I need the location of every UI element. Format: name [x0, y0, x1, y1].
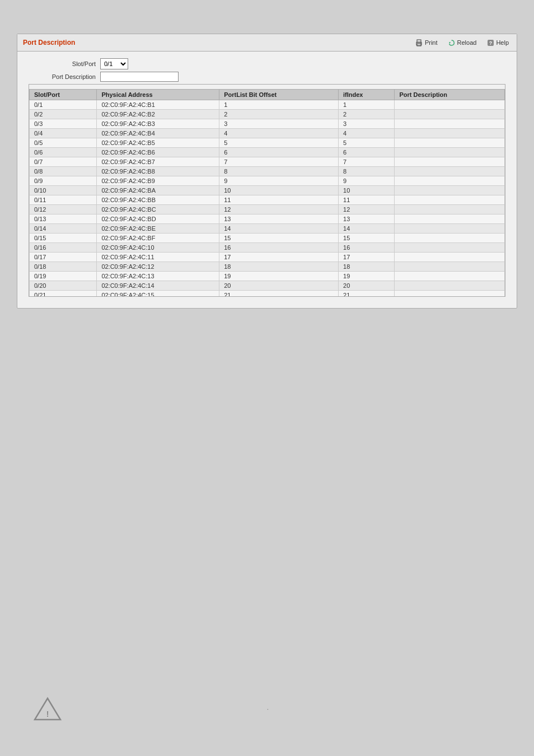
- cell-index: 11: [339, 195, 395, 205]
- table-row: 0/15 02:C0:9F:A2:4C:BF 15 15: [30, 234, 505, 243]
- page-wrapper: Port Description Print: [0, 0, 534, 325]
- cell-index: 6: [339, 148, 395, 157]
- table-header: Slot/Port Physical Address PortList Bit …: [30, 90, 505, 100]
- cell-slot: 0/1: [30, 100, 97, 110]
- cell-desc: [395, 281, 505, 291]
- slot-port-control: 0/1 0/2 0/3: [100, 58, 128, 69]
- slot-port-select[interactable]: 0/1 0/2 0/3: [100, 58, 128, 69]
- cell-mac: 02:C0:9F:A2:4C:14: [97, 281, 219, 291]
- cell-desc: [395, 243, 505, 253]
- cell-index: 3: [339, 119, 395, 129]
- warning-triangle: !: [34, 697, 62, 722]
- svg-text:!: !: [46, 710, 49, 718]
- cell-desc: [395, 129, 505, 138]
- port-description-label: Port Description: [29, 73, 96, 80]
- cell-index: 5: [339, 138, 395, 148]
- cell-desc: [395, 119, 505, 129]
- table-row: 0/10 02:C0:9F:A2:4C:BA 10 10: [30, 186, 505, 195]
- table-row: 0/8 02:C0:9F:A2:4C:B8 8 8: [30, 167, 505, 176]
- cell-mac: 02:C0:9F:A2:4C:12: [97, 262, 219, 272]
- cell-offset: 8: [219, 167, 339, 176]
- cell-index: 19: [339, 272, 395, 281]
- table-row: 0/1 02:C0:9F:A2:4C:B1 1 1: [30, 100, 505, 110]
- table-row: 0/14 02:C0:9F:A2:4C:BE 14 14: [30, 224, 505, 234]
- panel-content: Slot/Port 0/1 0/2 0/3 Port Description: [17, 52, 517, 308]
- cell-offset: 18: [219, 262, 339, 272]
- cell-slot: 0/4: [30, 129, 97, 138]
- cell-index: 4: [339, 129, 395, 138]
- cell-mac: 02:C0:9F:A2:4C:BE: [97, 224, 219, 234]
- cell-desc: [395, 176, 505, 186]
- cell-slot: 0/12: [30, 205, 97, 214]
- cell-desc: [395, 110, 505, 119]
- cell-offset: 14: [219, 224, 339, 234]
- cell-offset: 13: [219, 214, 339, 224]
- table-row: 0/6 02:C0:9F:A2:4C:B6 6 6: [30, 148, 505, 157]
- reload-label: Reload: [457, 39, 477, 46]
- cell-slot: 0/3: [30, 119, 97, 129]
- cell-slot: 0/7: [30, 157, 97, 167]
- main-panel: Port Description Print: [17, 34, 517, 309]
- cell-slot: 0/9: [30, 176, 97, 186]
- cell-desc: [395, 214, 505, 224]
- table-row: 0/12 02:C0:9F:A2:4C:BC 12 12: [30, 205, 505, 214]
- cell-slot: 0/21: [30, 291, 97, 297]
- cell-mac: 02:C0:9F:A2:4C:15: [97, 291, 219, 297]
- cell-index: 2: [339, 110, 395, 119]
- slot-port-row: Slot/Port 0/1 0/2 0/3: [29, 58, 505, 69]
- cell-desc: [395, 100, 505, 110]
- cell-index: 20: [339, 281, 395, 291]
- table-row: 0/17 02:C0:9F:A2:4C:11 17 17: [30, 253, 505, 262]
- cell-index: 7: [339, 157, 395, 167]
- cell-index: 15: [339, 234, 395, 243]
- port-description-input[interactable]: [100, 72, 179, 82]
- cell-slot: 0/10: [30, 186, 97, 195]
- cell-index: 13: [339, 214, 395, 224]
- cell-offset: 6: [219, 148, 339, 157]
- cell-index: 17: [339, 253, 395, 262]
- cell-index: 8: [339, 167, 395, 176]
- page-title: Port Description: [23, 39, 75, 46]
- cell-index: 1: [339, 100, 395, 110]
- table-row: 0/13 02:C0:9F:A2:4C:BD 13 13: [30, 214, 505, 224]
- cell-mac: 02:C0:9F:A2:4C:B2: [97, 110, 219, 119]
- cell-slot: 0/16: [30, 243, 97, 253]
- print-label: Print: [425, 39, 438, 46]
- cell-offset: 9: [219, 176, 339, 186]
- reload-button[interactable]: Reload: [446, 38, 479, 48]
- dot-indicator: ·: [267, 706, 269, 712]
- cell-mac: 02:C0:9F:A2:4C:B1: [97, 100, 219, 110]
- print-button[interactable]: Print: [413, 38, 440, 48]
- cell-mac: 02:C0:9F:A2:4C:B4: [97, 129, 219, 138]
- cell-desc: [395, 224, 505, 234]
- cell-slot: 0/5: [30, 138, 97, 148]
- cell-mac: 02:C0:9F:A2:4C:B6: [97, 148, 219, 157]
- slot-port-label: Slot/Port: [29, 60, 96, 67]
- cell-index: 16: [339, 243, 395, 253]
- cell-index: 21: [339, 291, 395, 297]
- table-row: 0/11 02:C0:9F:A2:4C:BB 11 11: [30, 195, 505, 205]
- cell-desc: [395, 195, 505, 205]
- help-button[interactable]: ? Help: [484, 38, 511, 48]
- cell-slot: 0/11: [30, 195, 97, 205]
- cell-desc: [395, 138, 505, 148]
- table-row: 0/19 02:C0:9F:A2:4C:13 19 19: [30, 272, 505, 281]
- cell-mac: 02:C0:9F:A2:4C:10: [97, 243, 219, 253]
- cell-desc: [395, 186, 505, 195]
- cell-slot: 0/18: [30, 262, 97, 272]
- cell-mac: 02:C0:9F:A2:4C:B9: [97, 176, 219, 186]
- cell-mac: 02:C0:9F:A2:4C:BA: [97, 186, 219, 195]
- cell-offset: 5: [219, 138, 339, 148]
- cell-offset: 7: [219, 157, 339, 167]
- col-portlist-bit-offset: PortList Bit Offset: [219, 90, 339, 100]
- cell-offset: 12: [219, 205, 339, 214]
- cell-desc: [395, 262, 505, 272]
- cell-index: 9: [339, 176, 395, 186]
- cell-slot: 0/2: [30, 110, 97, 119]
- cell-desc: [395, 291, 505, 297]
- data-table-container: Slot/Port Physical Address PortList Bit …: [29, 84, 505, 297]
- panel-header: Port Description Print: [17, 34, 517, 52]
- cell-desc: [395, 234, 505, 243]
- cell-offset: 2: [219, 110, 339, 119]
- cell-offset: 10: [219, 186, 339, 195]
